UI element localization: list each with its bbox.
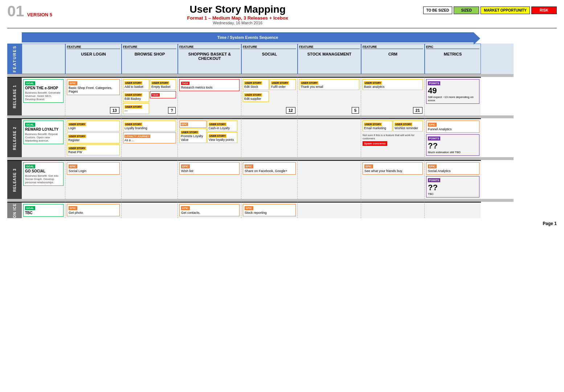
epic-label-funnel: EPIC: [428, 123, 437, 127]
task-label-r1: TASK: [151, 93, 160, 97]
legend: TO BE SIZED SIZED MARKET OPPORTUNITY RIS…: [423, 7, 557, 14]
epic-loyalty-journey: LOYALTY JOURNEY As a ...: [123, 132, 176, 143]
goal-benefit-r1: Business Benefit: Generate revenue. Seed…: [25, 91, 62, 101]
goal-benefit-r3: Business Benefit: Get into Social Graph.…: [25, 174, 62, 184]
epic-label-social-analytics: EPIC: [428, 164, 437, 168]
feature-label-1: FEATURE: [123, 45, 176, 49]
goal-card-r2: GOAL REWARD LOYALTY Business Benefit: Re…: [23, 121, 64, 144]
goal-label-ice: GOAL: [25, 206, 35, 210]
separator-bar-2: [7, 115, 514, 118]
on-ice-goal: GOAL TBC: [22, 202, 65, 218]
feature-title-1: BROWSE SHOP: [123, 52, 176, 56]
epic-title-wish-list: Wish list: [181, 169, 238, 173]
points-card-r3: POINTS ?? TBC: [426, 176, 479, 197]
us-label-loyalty-branding: USER STORY: [124, 123, 142, 126]
epic-label-r2-top: EPIC: [181, 123, 188, 126]
goal-title-r2: REWARD LOYALTY: [25, 127, 62, 131]
us-title-register: Register: [68, 138, 118, 142]
us-email-marketing: USER STORY Email marketing: [363, 121, 392, 131]
feature-shopping: FEATURE SHOPPING BASKET & CHECKOUT: [178, 44, 241, 74]
feature-title-0: USER LOGIN: [67, 52, 120, 56]
header-left: 01 VERSION 5: [7, 4, 52, 19]
features-label-text: FEATURES: [12, 45, 17, 72]
epic-label-social-login: EPIC: [69, 164, 77, 168]
legend-to-be-sized: TO BE SIZED: [423, 7, 453, 14]
release-3-col8: EPIC See what your friends buy.: [361, 160, 425, 199]
feature-social: FEATURE SOCIAL: [241, 44, 298, 74]
us-title-cashin-loyalty: Cash-in Loyalty: [209, 126, 236, 130]
points-card-r1: POINTS 49 Still expect ~13 more dependin…: [426, 79, 479, 104]
crm-r2-note: Not sure if this is a feature that will …: [363, 134, 423, 140]
release-3-label-text: RELEASE 3: [13, 168, 17, 192]
us-title-view-loyalty: View loyalty points: [209, 138, 236, 142]
us-register: USER STORY Register: [67, 132, 120, 143]
epic-basic-shop: EPIC Basic Shop Front. Categories, Pages: [67, 79, 120, 95]
main-grid: Time / System Events Sequence FEATURES F…: [7, 31, 557, 218]
version-label: VERSION 5: [27, 12, 52, 17]
task-card-r1: TASK: [150, 91, 176, 98]
points-number-r1: 49: [428, 86, 478, 95]
header-center: User Story Mapping Format 1 – Medium Map…: [52, 4, 423, 25]
points-note-r2: Much estimation still TBD: [428, 151, 478, 154]
points-number-r2: ??: [428, 141, 478, 151]
points-label-r2: POINTS: [428, 136, 440, 140]
release-3-col5: EPIC Wish list: [178, 160, 241, 199]
feature-crm: FEATURE CRM: [361, 44, 425, 74]
time-arrow-head: [474, 32, 480, 45]
feature-label-3: FEATURE: [243, 45, 296, 49]
us-title-edit-supplier: Edit supplier: [244, 97, 267, 101]
us-label-register: USER STORY: [68, 135, 86, 138]
release-1-goal: GOAL OPEN THE e-SHOP Business Benefit: G…: [22, 77, 65, 115]
feature-user-login: FEATURE USER LOGIN: [65, 44, 122, 74]
feature-label-0: FEATURE: [67, 45, 120, 49]
us-title-fulfil-order: Fulfil order: [271, 85, 294, 89]
us-edit-basket: USER STORY Edit Baskey: [123, 91, 149, 102]
us-label-add-basket: USER STORY: [124, 81, 142, 85]
us-label-view-loyalty: USER STORY: [209, 134, 226, 138]
on-ice-col8: [361, 202, 425, 218]
goal-label-r3: GOAL: [25, 164, 35, 168]
time-arrow-bar: Time / System Events Sequence: [22, 32, 474, 42]
page-subtitle: Format 1 – Medium Map, 3 Releases + Iceb…: [52, 15, 423, 21]
us-label-edit-supplier: USER STORY: [244, 93, 262, 97]
release-2-col5: EPIC USER STORY Promote Loyalty Value US…: [178, 118, 241, 157]
us-label-fulfil-order: USER STORY: [271, 81, 289, 85]
us-label-email-marketing: USER STORY: [364, 123, 382, 126]
epic-share-facebook: EPIC Share on Facebook, Google+: [243, 162, 296, 175]
feature-metrics: EPIC METRICS: [425, 44, 481, 74]
page-number: Page 1: [7, 221, 557, 226]
us-fulfil-order: USER STORY Fulfil order: [270, 79, 296, 90]
us-title-promote-loyalty: Promote Loyalty Value: [181, 134, 205, 142]
us-loyalty-branding: USER STORY Loyalty branding: [123, 121, 176, 131]
on-ice-col6: EPIC Stock reporting: [241, 202, 298, 218]
release-2-col3: USER STORY Login USER STORY Register USE…: [65, 118, 122, 157]
epic-label-wish-list: EPIC: [181, 164, 190, 168]
release-3-col4: [122, 160, 178, 199]
feature-title-2: SHOPPING BASKET & CHECKOUT: [179, 52, 240, 61]
goal-card-ice: GOAL TBC: [23, 204, 64, 217]
epic-title-share-facebook: Share on Facebook, Google+: [245, 169, 294, 173]
release-3-label: RELEASE 3: [7, 160, 22, 199]
epic-title-social-login: Social Login: [69, 169, 118, 173]
points-card-r2: POINTS ?? Much estimation still TBD: [426, 134, 479, 156]
badge-r1-c8: 21: [413, 107, 422, 114]
release-1-col6: USER STORY Edit Stock USER STORY Edit su…: [241, 77, 298, 115]
us-label-edit-stock: USER STORY: [244, 81, 262, 85]
epic-label-share-facebook: EPIC: [245, 164, 253, 168]
page-title: User Story Mapping: [52, 4, 423, 15]
points-label-r3: POINTS: [428, 178, 440, 182]
legend-risk: RISK: [531, 7, 557, 14]
epic-social-login: EPIC Social Login: [67, 162, 120, 175]
release-1-label: RELEASE 1: [7, 77, 22, 115]
us-edit-stock: USER STORY Edit Stock: [243, 79, 269, 90]
release-1-col9: POINTS 49 Still expect ~13 more dependin…: [425, 77, 481, 115]
us-title-add-basket: Add to basket: [124, 85, 148, 89]
release-1-label-text: RELEASE 1: [13, 85, 17, 109]
goal-label-r1: GOAL: [25, 81, 35, 85]
feature-title-5: CRM: [363, 52, 423, 56]
feature-label-4: FEATURE: [299, 45, 360, 49]
us-label-dash: USER STORY: [124, 105, 142, 109]
epic-title-see-friends: See what your friends buy.: [364, 169, 421, 173]
us-title-edit-basket: Edit Baskey: [124, 97, 148, 101]
page-date: Wednesday, 16 March 2016: [52, 21, 423, 25]
